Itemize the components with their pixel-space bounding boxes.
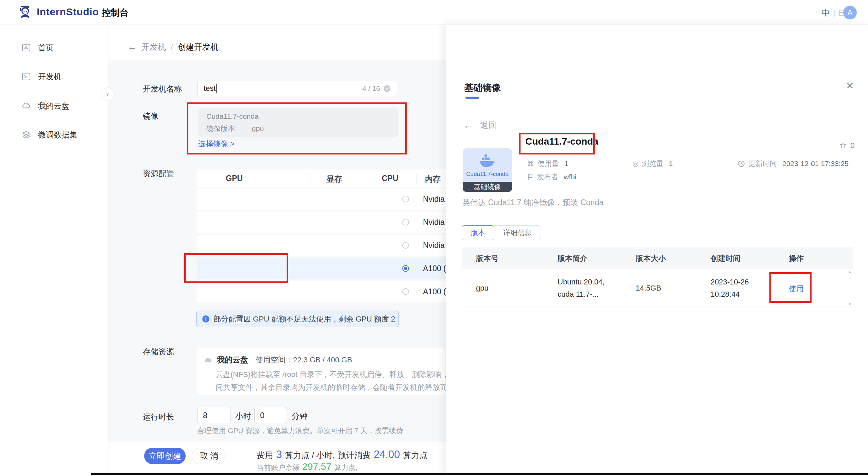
stat-value: wfbi [564,173,576,181]
sidebar-item-home[interactable]: 首页 [0,39,108,56]
sidebar-collapse-button[interactable]: ‹ [101,87,115,101]
col-vram: 显存 [326,174,342,184]
lang-divider: | [833,8,835,18]
balance-label: 当前账户余额 [257,463,300,472]
name-input-value: test [204,84,216,93]
panel-title-underline [465,97,479,99]
version-desc-line2: cuda 11.7-... [558,290,599,299]
terminal-icon [22,72,31,81]
breadcrumb-separator: / [171,42,173,52]
name-field-label: 开发机名称 [143,84,182,94]
runtime-label: 运行时长 [143,412,174,422]
image-version-value: gpu [252,125,264,132]
stat-value: 1 [669,160,673,168]
sidebar-item-label: 首页 [38,43,54,53]
stat-label: 发布者 [537,172,558,182]
vcol-created: 创建时间 [711,253,741,264]
stat-value: 2023-12-01 17:33:25 [782,160,849,168]
minutes-input[interactable] [254,407,287,424]
image-description: 英伟达 Cuda11.7 纯净镜像，预装 Conda [462,197,603,208]
sidebar-item-label: 开发机 [38,71,62,82]
hours-input[interactable] [197,407,231,424]
text-caret [216,84,217,93]
cloud-filled-icon [204,356,212,364]
internstudio-app: InternStudio 控制台 中 | En A 首页 [0,0,868,476]
stat-usage: ⌘ 使用量 1 [527,159,568,168]
sidebar-item-clouddisk[interactable]: 我的云盘 [0,98,108,114]
window-bottom-edge [91,473,868,475]
use-version-button[interactable]: 使用 [789,284,804,294]
image-card-badge: 基础镜像 [463,182,512,192]
gpu-quota-alert-text: 部分配置因 GPU 配额不足无法使用，剩余 GPU 额度 2 [214,314,395,324]
version-row: gpu Ubuntu 20.04, cuda 11.7-... 14.5GB 2… [462,269,853,307]
col-mem: 内存 [425,174,441,184]
disk-name[interactable]: 我的云盘 [217,355,248,365]
fee-estimate-unit: 算力点 [403,450,428,461]
image-card[interactable]: Cuda11.7-conda 基础镜像 [463,148,512,192]
fee-rate-unit: 算力点 / 小时, [285,450,335,461]
scroll-down-icon[interactable]: ▼ [848,302,852,306]
home-icon [22,43,31,52]
topbar: InternStudio 控制台 中 | En A [0,0,868,24]
version-table-scrollbar[interactable]: ▲ ▼ [847,269,853,306]
stat-label: 更新时间 [748,159,777,168]
brand-name: InternStudio [37,6,99,18]
panel-title: 基础镜像 [464,82,501,94]
star-icon: ☆ [839,140,847,151]
disk-usage: 使用空间：22.3 GB / 400 GB [256,355,352,365]
cancel-button[interactable]: 取消 [192,448,226,464]
create-button[interactable]: 立即创建 [144,448,186,464]
scroll-up-icon[interactable]: ▲ [848,269,852,274]
star-favorite[interactable]: ☆ 0 [839,140,855,151]
balance-summary: 当前账户余额 297.57 算力点, [257,461,357,472]
image-detail-title: Cuda11.7-conda [525,136,598,147]
breadcrumb-parent[interactable]: 开发机 [141,42,166,52]
fee-summary: 费用 3 算力点 / 小时, 预计消费 24.00 算力点 [257,448,428,461]
version-table-header: 版本号 版本简介 版本大小 创建时间 操作 [462,247,853,269]
tab-details[interactable]: 详细信息 [494,225,541,240]
radio-unchecked[interactable] [402,288,409,295]
tab-versions[interactable]: 版本 [462,225,494,240]
panel-back-button[interactable]: ← 返回 [463,120,496,131]
runtime-hint: 合理使用 GPU 资源，避免算力浪费。单次可开启 7 天，按需续费 [197,426,403,436]
brand-logo[interactable]: InternStudio [18,4,99,19]
sidebar: 首页 开发机 我的云盘 [0,24,108,476]
version-created-time: 10:28:44 [711,290,740,299]
mascot-icon [18,4,33,19]
close-icon[interactable]: ✕ [846,80,854,92]
version-name: gpu [476,284,489,293]
version-size: 14.5GB [636,284,661,293]
lang-zh[interactable]: 中 [821,7,830,18]
selected-image-name: Cuda11.7-conda [206,112,390,120]
balance-unit: 算力点, [334,463,358,472]
gpu-quota-alert: i 部分配置因 GPU 配额不足无法使用，剩余 GPU 额度 2 [197,311,398,327]
views-icon: ◎ [632,160,639,168]
docker-icon [480,154,495,167]
nav-console[interactable]: 控制台 [102,7,129,19]
storage-label: 存储资源 [143,346,174,357]
version-table: 版本号 版本简介 版本大小 创建时间 操作 gpu Ubuntu 20.04, … [462,247,853,307]
stat-publisher: 发布者 wfbi [527,172,576,182]
hours-unit: 小时 [235,411,251,422]
sidebar-item-label: 微调数据集 [38,130,77,140]
sidebar-item-devmachine[interactable]: 开发机 [0,68,108,85]
radio-unchecked[interactable] [402,219,409,226]
avatar[interactable]: A [843,6,857,19]
radio-checked[interactable] [402,265,409,272]
name-input[interactable]: test 4 / 16 [197,81,397,96]
select-image-link[interactable]: 选择镜像 > [198,139,235,149]
back-arrow-icon[interactable]: ← [127,42,137,52]
minutes-unit: 分钟 [292,411,307,422]
storage-card: 我的云盘 使用空间：22.3 GB / 400 GB 云盘(NFS)将挂载至 /… [197,348,445,395]
sidebar-item-dataset[interactable]: 微调数据集 [0,127,108,143]
vcol-desc: 版本简介 [558,253,588,264]
radio-unchecked[interactable] [402,242,409,249]
info-icon: i [202,315,209,323]
fee-estimate: 24.00 [374,448,400,461]
panel-back-label: 返回 [480,120,496,131]
resources-label: 资源配置 [143,168,174,179]
radio-unchecked[interactable] [402,196,409,202]
stat-label: 使用量 [538,159,559,168]
fee-estimate-label: 预计消费 [338,450,371,461]
image-version-label: 镜像版本: [206,125,237,132]
